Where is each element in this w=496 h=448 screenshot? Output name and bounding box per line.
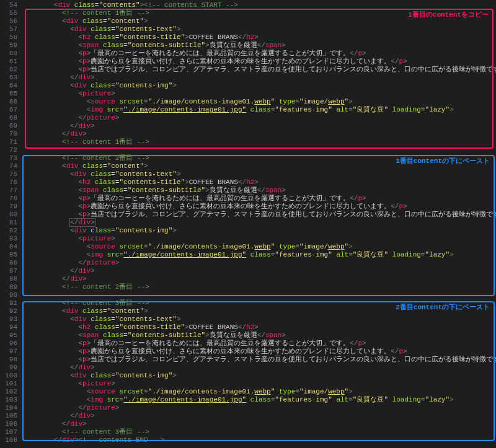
code-line[interactable]: <p>「最高のコーヒーを淹れるためには、最高品質の生豆を厳選することが大切」です…: [21, 195, 496, 203]
line-number: 64: [0, 82, 21, 90]
code-line[interactable]: </picture>: [21, 404, 496, 412]
line-number: 66: [0, 98, 21, 106]
line-number: 78: [0, 195, 21, 203]
code-line[interactable]: <div class="contents"><!-- contents STAR…: [21, 1, 496, 9]
line-number: 100: [0, 372, 21, 380]
code-line[interactable]: <h2 class="contents-title">COFFEE BRANS<…: [21, 33, 496, 42]
code-line[interactable]: <span class="contents-subtitle">良質な豆を厳選<…: [21, 187, 496, 195]
line-number: 62: [0, 66, 21, 74]
code-line[interactable]: </div>: [21, 267, 496, 275]
line-number: 97: [0, 348, 21, 356]
code-area[interactable]: <div class="contents"><!-- contents STAR…: [21, 0, 496, 444]
line-number: 101: [0, 380, 21, 388]
code-line[interactable]: <picture>: [21, 380, 496, 388]
code-line[interactable]: <div class="contents-img">: [21, 227, 496, 235]
line-number: 81: [0, 219, 21, 227]
code-line[interactable]: <source srcset="./image/contents-image01…: [21, 98, 496, 106]
code-line[interactable]: </div>: [21, 364, 496, 372]
code-line[interactable]: </div>: [21, 219, 496, 227]
code-line[interactable]: <!-- content 2番目 -->: [21, 154, 496, 162]
line-number: 85: [0, 251, 21, 259]
line-number-gutter: 5455565758596061626364656667686970717273…: [0, 0, 21, 444]
line-number: 69: [0, 122, 21, 130]
line-number: 89: [0, 283, 21, 291]
code-line[interactable]: <p>「最高のコーヒーを淹れるためには、最高品質の生豆を厳選することが大切」です…: [21, 340, 496, 348]
code-line[interactable]: <source srcset="./image/contents-image01…: [21, 243, 496, 251]
code-line[interactable]: <span class="contents-subtitle">良質な豆を厳選<…: [21, 42, 496, 50]
code-line[interactable]: </div>: [21, 420, 496, 428]
line-number: 71: [0, 138, 21, 146]
code-line[interactable]: </div>: [21, 122, 496, 130]
code-line[interactable]: <div class="contents-text">: [21, 25, 496, 33]
line-number: 91: [0, 299, 21, 307]
line-number: 102: [0, 388, 21, 396]
code-line[interactable]: <img src="./image/contents-image01.jpg" …: [21, 106, 496, 114]
line-number: 76: [0, 178, 21, 187]
code-line[interactable]: [21, 291, 496, 299]
code-line[interactable]: <!-- content 1番目 -->: [21, 9, 496, 17]
code-line[interactable]: <h2 class="contents-title">COFFEE BRANS<…: [21, 178, 496, 187]
code-line[interactable]: <p>当店ではブラジル、コロンビア、グアテマラ、スマトラ産の豆を使用しておりバラ…: [21, 66, 496, 74]
code-line[interactable]: <h2 class="contents-title">COFFEE BRANS<…: [21, 323, 496, 332]
code-line[interactable]: <img src="./image/contents-image01.jpg" …: [21, 251, 496, 259]
code-line[interactable]: <div class="contents-text">: [21, 315, 496, 323]
code-line[interactable]: <span class="contents-subtitle">良質な豆を厳選<…: [21, 332, 496, 340]
code-line[interactable]: </div>: [21, 130, 496, 138]
code-line[interactable]: <!-- content 1番目 -->: [21, 138, 496, 146]
code-line[interactable]: <picture>: [21, 235, 496, 243]
code-line[interactable]: <div class="contents-img">: [21, 82, 496, 90]
line-number: 87: [0, 267, 21, 275]
code-line[interactable]: </picture>: [21, 114, 496, 122]
line-number: 83: [0, 235, 21, 243]
line-number: 77: [0, 187, 21, 195]
code-line[interactable]: <source srcset="./image/contents-image01…: [21, 388, 496, 396]
line-number: 108: [0, 436, 21, 444]
code-line[interactable]: <p>農園から豆を直接買い付け、さらに素材の豆本来の味を生かすためのブレンドに尽…: [21, 203, 496, 211]
code-line[interactable]: <!-- content 3番目 -->: [21, 428, 496, 436]
code-line[interactable]: <p>農園から豆を直接買い付け、さらに素材の豆本来の味を生かすためのブレンドに尽…: [21, 348, 496, 356]
code-line[interactable]: </div>: [21, 74, 496, 82]
code-line[interactable]: [21, 146, 496, 154]
line-number: 80: [0, 211, 21, 219]
line-number: 54: [0, 1, 21, 9]
line-number: 60: [0, 50, 21, 58]
line-number: 74: [0, 162, 21, 170]
code-line[interactable]: </picture>: [21, 259, 496, 267]
code-line[interactable]: </div>: [21, 412, 496, 420]
line-number: 107: [0, 428, 21, 436]
line-number: 94: [0, 323, 21, 332]
line-number: 96: [0, 340, 21, 348]
code-line[interactable]: <p>農園から豆を直接買い付け、さらに素材の豆本来の味を生かすためのブレンドに尽…: [21, 58, 496, 66]
line-number: 55: [0, 9, 21, 17]
line-number: 75: [0, 170, 21, 178]
line-number: 61: [0, 58, 21, 66]
line-number: 70: [0, 130, 21, 138]
code-editor[interactable]: 5455565758596061626364656667686970717273…: [0, 0, 496, 448]
line-number: 88: [0, 275, 21, 283]
code-line[interactable]: <div class="contents-img">: [21, 372, 496, 380]
code-line[interactable]: <p>「最高のコーヒーを淹れるためには、最高品質の生豆を厳選することが大切」です…: [21, 50, 496, 58]
line-number: 99: [0, 364, 21, 372]
code-line[interactable]: <div class="content">: [21, 162, 496, 170]
code-line[interactable]: <div class="content">: [21, 17, 496, 25]
code-line[interactable]: <img src="./image/contents-image01.jpg" …: [21, 396, 496, 404]
line-number: 56: [0, 17, 21, 25]
code-line[interactable]: <div class="content">: [21, 307, 496, 315]
code-line[interactable]: <!-- content 3番目 -->: [21, 299, 496, 307]
code-line[interactable]: <picture>: [21, 90, 496, 98]
code-line[interactable]: <div class="contents-text">: [21, 170, 496, 178]
code-line[interactable]: <!-- content 2番目 -->: [21, 283, 496, 291]
code-line[interactable]: <p>当店ではブラジル、コロンビア、グアテマラ、スマトラ産の豆を使用しておりバラ…: [21, 211, 496, 219]
code-line[interactable]: </div>: [21, 275, 496, 283]
line-number: 73: [0, 154, 21, 162]
line-number: 92: [0, 307, 21, 315]
line-number: 59: [0, 42, 21, 50]
line-number: 79: [0, 203, 21, 211]
code-line[interactable]: <p>当店ではブラジル、コロンビア、グアテマラ、スマトラ産の豆を使用しておりバラ…: [21, 356, 496, 364]
code-line[interactable]: </div><!-- contents END -->: [21, 436, 496, 444]
line-number: 72: [0, 146, 21, 154]
line-number: 63: [0, 74, 21, 82]
line-number: 90: [0, 291, 21, 299]
line-number: 105: [0, 412, 21, 420]
line-number: 67: [0, 106, 21, 114]
